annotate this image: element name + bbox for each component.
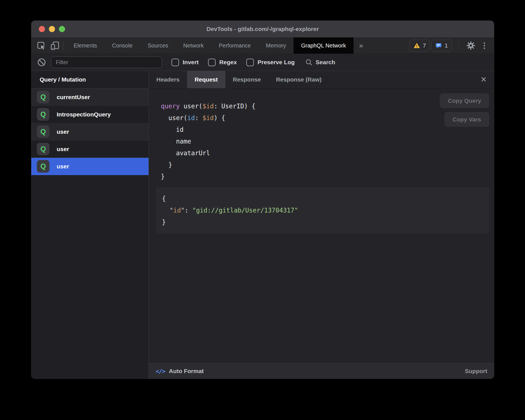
copy-query-button[interactable]: Copy Query (440, 93, 489, 108)
tab-memory[interactable]: Memory (258, 37, 293, 54)
code-line: name (161, 135, 494, 147)
code-line: "id": "gid://gitlab/User/13704317" (162, 204, 489, 216)
query-list-item[interactable]: QIntrospectionQuery (31, 106, 149, 123)
tab-elements[interactable]: Elements (66, 37, 104, 54)
checkbox-invert[interactable]: Invert (171, 59, 199, 66)
query-list-header: Query / Mutation (31, 71, 149, 89)
detail-tabs: HeadersRequestResponseResponse (Raw) (149, 71, 329, 88)
checkbox-regex[interactable]: Regex (208, 59, 237, 66)
graphql-variables-box: { "id": "gid://gitlab/User/13704317"} (156, 187, 489, 234)
toolbar-separator (63, 41, 63, 50)
clear-block-icon[interactable] (36, 57, 47, 68)
status-bar: </> Auto Format Support (149, 363, 494, 379)
query-name-label: user (57, 163, 69, 170)
code-line: } (162, 216, 489, 228)
query-list-item[interactable]: Quser (31, 158, 149, 175)
query-list-item[interactable]: Quser (31, 140, 149, 158)
warning-icon (413, 42, 420, 49)
tab-sources[interactable]: Sources (140, 37, 176, 54)
checkbox-box[interactable] (208, 59, 216, 66)
warnings-count: 7 (423, 42, 426, 49)
checkbox-box[interactable] (171, 59, 179, 66)
code-line: } (161, 159, 494, 171)
query-list: QcurrentUserQIntrospectionQueryQuserQuse… (31, 89, 149, 175)
auto-format-button[interactable]: Auto Format (169, 368, 204, 374)
copy-vars-button[interactable]: Copy Vars (444, 112, 489, 127)
filter-checkboxes: InvertRegexPreserve Log (162, 59, 295, 66)
devtools-toolbar: ElementsConsoleSourcesNetworkPerformance… (31, 37, 494, 54)
query-list-item[interactable]: Quser (31, 123, 149, 140)
messages-count: 1 (445, 42, 448, 49)
query-list-item[interactable]: QcurrentUser (31, 89, 149, 106)
request-detail-panel: HeadersRequestResponseResponse (Raw) ✕ q… (149, 71, 494, 379)
chat-icon (435, 42, 442, 49)
detail-tab-bar: HeadersRequestResponseResponse (Raw) ✕ (149, 71, 494, 89)
warnings-badge[interactable]: 7 (409, 40, 430, 51)
tab-graphql-network[interactable]: GraphQL Network (293, 37, 353, 54)
close-detail-icon[interactable]: ✕ (473, 71, 494, 88)
toolbar-icons (31, 37, 60, 54)
search-icon (305, 59, 313, 66)
code-line: } (161, 171, 494, 182)
toolbar-right: 7 1 (409, 37, 494, 54)
toolbar-separator (459, 41, 459, 50)
copy-buttons: Copy Query Copy Vars (440, 93, 489, 127)
query-type-badge: Q (37, 91, 49, 103)
settings-gear-icon[interactable] (466, 40, 476, 51)
checkbox-label: Preserve Log (257, 59, 295, 66)
devtools-window: DevTools - gitlab.com/-/graphql-explorer… (31, 21, 494, 379)
tab-console[interactable]: Console (104, 37, 140, 54)
query-name-label: user (57, 128, 69, 135)
query-type-badge: Q (37, 125, 49, 138)
query-type-badge: Q (37, 108, 49, 121)
query-name-label: currentUser (57, 94, 90, 101)
close-window-button[interactable] (39, 26, 45, 32)
code-brackets-icon: </> (156, 368, 165, 375)
query-name-label: user (57, 146, 69, 152)
tab-performance[interactable]: Performance (211, 37, 259, 54)
filter-input[interactable] (51, 56, 162, 68)
request-body: query user($id: UserID) { user(id: $id) … (149, 89, 494, 363)
query-type-badge: Q (37, 143, 49, 155)
detail-tab-request[interactable]: Request (187, 71, 225, 88)
filter-bar: InvertRegexPreserve Log Search (31, 54, 494, 71)
title-bar: DevTools - gitlab.com/-/graphql-explorer (31, 21, 494, 37)
query-type-badge: Q (37, 160, 49, 173)
checkbox-label: Regex (219, 59, 237, 66)
code-line: avatarUrl (161, 147, 494, 159)
checkbox-box[interactable] (246, 59, 254, 66)
menu-kebab-icon[interactable] (480, 40, 488, 51)
code-line: { (162, 193, 489, 204)
checkbox-label: Invert (183, 59, 199, 66)
messages-badge[interactable]: 1 (431, 40, 452, 51)
detail-tab-response[interactable]: Response (225, 71, 268, 88)
search-label: Search (316, 59, 335, 66)
toolbar-tabs: ElementsConsoleSourcesNetworkPerformance… (66, 37, 354, 54)
traffic-lights (39, 26, 65, 32)
issue-badges: 7 1 (409, 40, 452, 51)
detail-tab-response-raw[interactable]: Response (Raw) (268, 71, 329, 88)
checkbox-preserve-log[interactable]: Preserve Log (246, 59, 295, 66)
detail-tab-headers[interactable]: Headers (149, 71, 187, 88)
main-area: Query / Mutation QcurrentUserQIntrospect… (31, 71, 494, 379)
window-title: DevTools - gitlab.com/-/graphql-explorer (31, 26, 494, 32)
more-tabs-icon[interactable]: » (354, 37, 369, 54)
zoom-window-button[interactable] (59, 26, 65, 32)
tab-network[interactable]: Network (176, 37, 211, 54)
query-list-panel: Query / Mutation QcurrentUserQIntrospect… (31, 71, 149, 379)
support-link[interactable]: Support (465, 368, 487, 374)
inspect-element-icon[interactable] (36, 40, 46, 51)
search-control[interactable]: Search (305, 59, 335, 66)
query-name-label: IntrospectionQuery (57, 111, 111, 118)
minimize-window-button[interactable] (49, 26, 55, 32)
device-toolbar-icon[interactable] (50, 40, 60, 51)
